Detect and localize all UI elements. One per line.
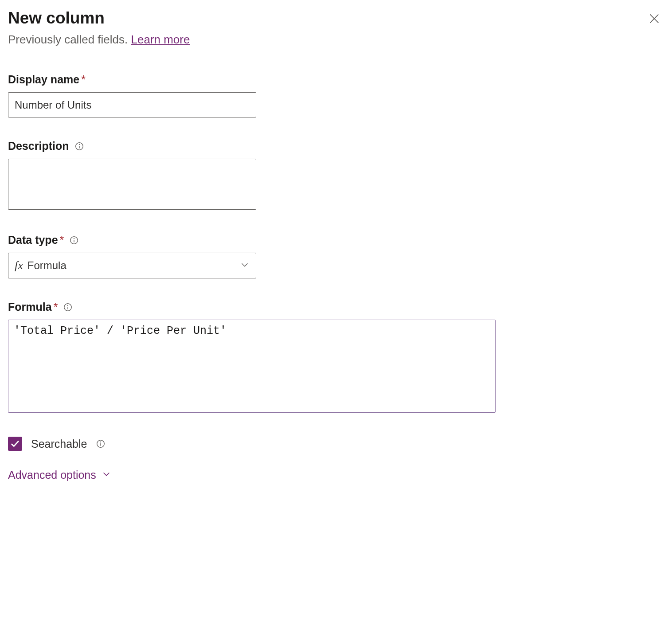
display-name-label-text: Display name (8, 73, 79, 86)
searchable-checkbox[interactable] (8, 437, 22, 451)
data-type-field: Data type* fx Formula (8, 234, 664, 278)
description-label-text: Description (8, 140, 69, 153)
description-label: Description (8, 140, 84, 153)
data-type-select[interactable]: fx Formula (8, 253, 256, 278)
description-field: Description (8, 140, 664, 211)
learn-more-link[interactable]: Learn more (131, 33, 190, 46)
page-title: New column (8, 9, 190, 27)
info-icon[interactable] (74, 141, 84, 151)
data-type-label-text: Data type (8, 234, 58, 246)
searchable-field: Searchable (8, 437, 664, 451)
data-type-label: Data type* (8, 234, 79, 246)
required-indicator: * (81, 73, 86, 86)
form: Display name* Description Data type* (8, 73, 664, 481)
data-type-value: Formula (27, 259, 240, 272)
close-button[interactable] (645, 9, 664, 30)
display-name-label: Display name* (8, 73, 86, 86)
panel-header: New column Previously called fields. Lea… (8, 9, 664, 47)
formula-input[interactable] (8, 320, 496, 413)
advanced-options-toggle[interactable]: Advanced options (8, 469, 111, 481)
subtitle-text: Previously called fields. (8, 33, 131, 46)
info-icon[interactable] (69, 235, 79, 245)
searchable-label: Searchable (31, 438, 87, 450)
chevron-down-icon (240, 260, 250, 271)
required-indicator: * (54, 301, 58, 313)
info-icon[interactable] (96, 439, 105, 449)
chevron-down-icon (102, 469, 111, 481)
svg-point-7 (74, 238, 74, 239)
advanced-options-label: Advanced options (8, 469, 96, 481)
required-indicator: * (60, 234, 64, 246)
display-name-input[interactable] (8, 92, 256, 117)
formula-icon: fx (15, 259, 23, 272)
svg-point-13 (101, 442, 101, 442)
svg-point-4 (79, 144, 79, 145)
title-block: New column Previously called fields. Lea… (8, 9, 190, 47)
svg-point-10 (68, 305, 68, 305)
formula-field: Formula* (8, 301, 664, 415)
display-name-field: Display name* (8, 73, 664, 117)
close-icon (648, 20, 660, 26)
formula-label: Formula* (8, 301, 73, 313)
subtitle: Previously called fields. Learn more (8, 33, 190, 47)
description-input[interactable] (8, 159, 256, 210)
formula-label-text: Formula (8, 301, 52, 313)
info-icon[interactable] (63, 302, 73, 312)
